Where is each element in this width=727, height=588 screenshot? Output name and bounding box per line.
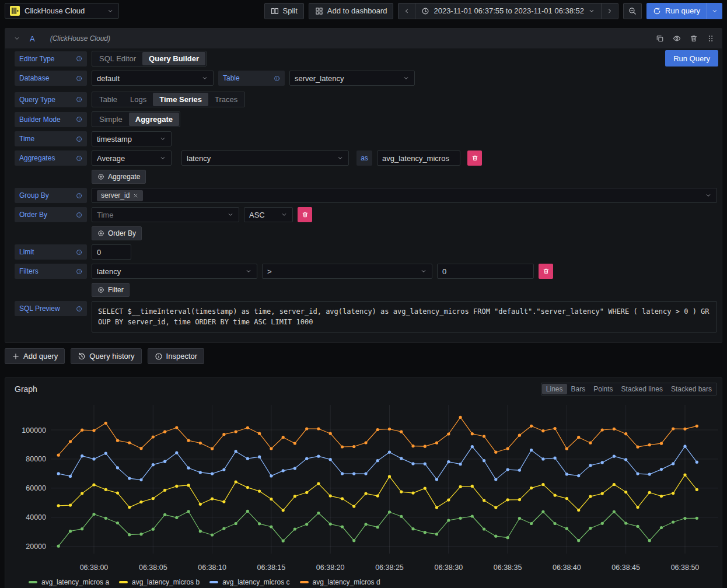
order-by-direction-select[interactable]: ASC xyxy=(244,207,293,222)
data-point[interactable] xyxy=(459,463,462,466)
inspector-button[interactable]: Inspector xyxy=(148,348,204,364)
data-point[interactable] xyxy=(163,513,166,516)
data-point[interactable] xyxy=(81,492,83,495)
data-point[interactable] xyxy=(139,478,142,481)
toggle-visibility-icon[interactable] xyxy=(673,34,681,43)
data-point[interactable] xyxy=(424,487,427,490)
data-point[interactable] xyxy=(577,509,580,512)
data-point[interactable] xyxy=(483,459,485,462)
time-column-select[interactable]: timestamp xyxy=(92,131,172,146)
data-point[interactable] xyxy=(211,447,214,450)
option-traces[interactable]: Traces xyxy=(208,93,244,106)
data-point[interactable] xyxy=(92,457,95,460)
time-series-chart[interactable]: 2000040000600008000010000006:38:0006:38:… xyxy=(5,400,722,575)
data-point[interactable] xyxy=(565,527,568,530)
data-point[interactable] xyxy=(565,473,568,475)
data-point[interactable] xyxy=(494,506,497,509)
data-point[interactable] xyxy=(506,468,509,471)
run-query-dropdown[interactable] xyxy=(707,3,722,19)
data-point[interactable] xyxy=(636,525,639,528)
data-point[interactable] xyxy=(388,451,391,454)
info-icon[interactable] xyxy=(76,55,82,62)
data-point[interactable] xyxy=(683,428,686,430)
data-point[interactable] xyxy=(624,522,627,524)
data-point[interactable] xyxy=(317,512,320,514)
data-point[interactable] xyxy=(388,510,391,513)
data-point[interactable] xyxy=(81,527,83,530)
data-point[interactable] xyxy=(541,510,544,513)
data-point[interactable] xyxy=(352,539,355,542)
data-point[interactable] xyxy=(589,442,592,444)
data-point[interactable] xyxy=(364,473,367,475)
data-point[interactable] xyxy=(554,522,557,525)
data-point[interactable] xyxy=(128,506,131,509)
data-point[interactable] xyxy=(565,497,568,500)
data-point[interactable] xyxy=(175,485,178,488)
data-point[interactable] xyxy=(187,439,190,442)
data-point[interactable] xyxy=(341,445,344,448)
data-point[interactable] xyxy=(152,435,155,438)
data-point[interactable] xyxy=(471,432,474,435)
data-point[interactable] xyxy=(329,458,332,461)
info-icon[interactable] xyxy=(76,268,82,275)
filter-value-input[interactable] xyxy=(437,264,534,279)
data-point[interactable] xyxy=(518,434,521,437)
data-point[interactable] xyxy=(506,498,509,501)
data-point[interactable] xyxy=(211,533,214,536)
data-point[interactable] xyxy=(388,428,391,430)
data-point[interactable] xyxy=(222,501,225,503)
option-lines[interactable]: Lines xyxy=(542,384,567,394)
query-ref-id[interactable]: A xyxy=(30,34,35,43)
data-point[interactable] xyxy=(175,426,178,429)
data-point[interactable] xyxy=(424,445,427,448)
info-icon[interactable] xyxy=(76,155,82,162)
data-point[interactable] xyxy=(613,428,616,430)
data-point[interactable] xyxy=(672,492,674,495)
data-point[interactable] xyxy=(388,475,391,478)
data-point[interactable] xyxy=(329,432,332,435)
data-point[interactable] xyxy=(116,466,119,469)
remove-aggregate-button[interactable] xyxy=(467,150,482,166)
data-point[interactable] xyxy=(175,452,178,454)
data-point[interactable] xyxy=(199,530,202,533)
data-point[interactable] xyxy=(270,498,272,501)
data-point[interactable] xyxy=(222,468,225,471)
data-point[interactable] xyxy=(81,429,83,432)
data-point[interactable] xyxy=(163,430,166,433)
data-point[interactable] xyxy=(341,497,344,500)
legend-item-c[interactable]: avg_latency_micros c xyxy=(209,578,289,586)
split-button[interactable]: Split xyxy=(264,3,304,19)
table-select[interactable]: server_latency xyxy=(289,71,415,86)
data-point[interactable] xyxy=(211,498,214,501)
option-stacked-lines[interactable]: Stacked lines xyxy=(617,384,667,394)
data-point[interactable] xyxy=(494,478,497,481)
delete-query-icon[interactable] xyxy=(690,34,698,43)
filter-column-select[interactable]: latency xyxy=(92,264,257,279)
info-icon[interactable] xyxy=(274,75,280,82)
data-point[interactable] xyxy=(199,442,202,444)
data-point[interactable] xyxy=(601,522,604,525)
data-point[interactable] xyxy=(636,473,639,475)
data-point[interactable] xyxy=(270,447,272,450)
data-point[interactable] xyxy=(530,487,533,489)
data-point[interactable] xyxy=(364,492,367,495)
data-point[interactable] xyxy=(364,441,367,444)
remove-filter-button[interactable] xyxy=(539,264,553,279)
data-point[interactable] xyxy=(577,539,580,542)
data-point[interactable] xyxy=(92,429,95,432)
data-point[interactable] xyxy=(305,457,308,460)
data-point[interactable] xyxy=(554,494,557,497)
data-point[interactable] xyxy=(695,461,698,464)
data-point[interactable] xyxy=(104,452,107,455)
data-point[interactable] xyxy=(352,505,355,508)
info-icon[interactable] xyxy=(76,75,82,82)
data-point[interactable] xyxy=(577,474,580,477)
data-point[interactable] xyxy=(317,455,320,458)
data-point[interactable] xyxy=(660,468,663,471)
option-aggregate[interactable]: Aggregate xyxy=(129,113,179,126)
add-order-by-button[interactable]: Order By xyxy=(92,226,142,240)
data-point[interactable] xyxy=(235,522,237,525)
data-point[interactable] xyxy=(92,513,95,516)
aggregate-function-select[interactable]: Average xyxy=(92,150,172,166)
zoom-out-button[interactable] xyxy=(623,3,642,19)
